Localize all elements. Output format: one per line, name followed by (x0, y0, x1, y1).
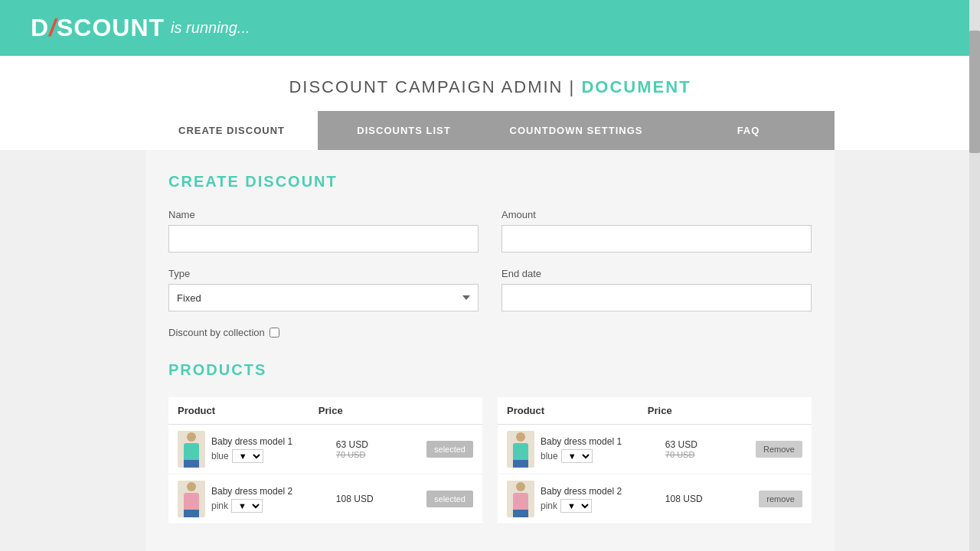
right-table-header: Product Price (498, 397, 812, 425)
table-row: Baby dress model 1 blue ▼ 63 USD 70 USD (498, 425, 812, 474)
right-col-price: Price (648, 405, 732, 416)
logo-rest: SCOUNT (57, 14, 165, 41)
type-group: Type Fixed Percentage (168, 268, 479, 311)
product-price: 63 USD 70 USD (336, 439, 411, 459)
discount-by-collection-checkbox[interactable] (270, 328, 279, 337)
product-variant: blue ▼ (541, 449, 665, 463)
price-current: 63 USD (336, 439, 411, 450)
product-info: Baby dress model 2 pink ▼ (541, 486, 665, 513)
scrollbar[interactable] (969, 0, 980, 551)
product-action: Remove (740, 441, 802, 458)
variant-label: pink (211, 500, 228, 511)
product-action: remove (740, 491, 802, 507)
products-section: PRODUCTS Product Price (168, 361, 812, 524)
price-current: 108 USD (336, 494, 411, 504)
product-image (178, 431, 205, 468)
price-current: 108 USD (665, 494, 740, 504)
logo-d: D (31, 14, 49, 41)
remove-button[interactable]: remove (759, 491, 802, 507)
variant-label: blue (541, 451, 558, 461)
amount-label: Amount (501, 209, 812, 220)
products-grid: Product Price Baby dress model 1 (168, 397, 812, 524)
product-action: selected (411, 491, 473, 507)
products-table-left: Product Price Baby dress model 1 (168, 397, 482, 524)
table-row: Baby dress model 1 blue ▼ 63 USD 70 USD (168, 425, 482, 474)
product-info: Baby dress model 1 blue ▼ (541, 436, 665, 463)
name-input[interactable] (168, 225, 479, 253)
left-table-header: Product Price (168, 397, 482, 425)
end-date-input[interactable] (501, 284, 812, 311)
variant-label: pink (541, 500, 557, 511)
main-content: CREATE DISCOUNT Name Amount Type Fixed P… (145, 150, 835, 551)
tab-countdown-settings[interactable]: COUNTDOWN SETTINGS (490, 111, 662, 150)
product-info: Baby dress model 1 blue ▼ (211, 436, 336, 463)
page-title-area: DISCOUNT CAMPAIGN ADMIN | DOCUMENT (0, 56, 980, 111)
product-info: Baby dress model 2 pink ▼ (211, 486, 336, 513)
type-label: Type (168, 268, 479, 279)
product-image (178, 481, 205, 517)
product-figure (180, 482, 203, 516)
left-col-price: Price (318, 405, 403, 416)
product-figure (180, 432, 203, 466)
scrollbar-thumb[interactable] (969, 31, 980, 153)
amount-group: Amount (501, 209, 812, 253)
product-image (507, 481, 534, 517)
variant-label: blue (211, 451, 229, 461)
form-row-1: Name Amount (168, 209, 812, 253)
selected-button[interactable]: selected (426, 491, 473, 507)
product-action: selected (411, 441, 473, 458)
amount-input[interactable] (501, 225, 812, 253)
tabs: CREATE DISCOUNT DISCOUNTS LIST COUNTDOWN… (145, 111, 835, 150)
right-col-product: Product (507, 405, 648, 416)
price-original: 70 USD (336, 450, 411, 459)
discount-by-collection-row: Discount by collection (168, 327, 812, 338)
product-variant: pink ▼ (541, 499, 665, 513)
product-price: 108 USD (336, 494, 411, 504)
form-row-2: Type Fixed Percentage End date (168, 268, 812, 311)
end-date-label: End date (501, 268, 812, 279)
product-name: Baby dress model 2 (541, 486, 665, 497)
product-name: Baby dress model 2 (211, 486, 336, 497)
logo: D/SCOUNT (31, 14, 165, 42)
price-current: 63 USD (665, 439, 740, 450)
product-image (507, 431, 534, 468)
header-subtitle: is running... (171, 19, 250, 37)
product-variant: blue ▼ (211, 449, 336, 463)
product-name: Baby dress model 1 (211, 436, 336, 447)
product-figure (509, 482, 532, 516)
type-select[interactable]: Fixed Percentage (168, 284, 479, 311)
name-label: Name (168, 209, 479, 220)
tab-discounts-list[interactable]: DISCOUNTS LIST (318, 111, 490, 150)
table-row: Baby dress model 2 pink ▼ 108 USD (498, 474, 812, 524)
variant-select[interactable]: ▼ (231, 499, 263, 513)
discount-by-collection-label: Discount by collection (168, 327, 265, 338)
table-row: Baby dress model 2 pink ▼ 108 USD (168, 474, 482, 524)
end-date-group: End date (501, 268, 812, 311)
selected-button[interactable]: selected (426, 441, 473, 458)
create-discount-title: CREATE DISCOUNT (168, 173, 812, 191)
products-table-right: Product Price Baby dress model 1 (498, 397, 812, 524)
left-col-product: Product (178, 405, 318, 416)
price-original: 70 USD (665, 450, 740, 459)
page-title-text: DISCOUNT CAMPAIGN ADMIN | (289, 77, 575, 96)
page-title: DISCOUNT CAMPAIGN ADMIN | DOCUMENT (0, 77, 980, 97)
document-link[interactable]: DOCUMENT (581, 77, 691, 96)
product-price: 108 USD (665, 494, 740, 504)
variant-select[interactable]: ▼ (561, 449, 593, 463)
logo-percent: / (49, 14, 57, 41)
variant-select[interactable]: ▼ (232, 449, 263, 463)
tab-faq[interactable]: FAQ (662, 111, 835, 150)
name-group: Name (168, 209, 479, 253)
tab-create-discount[interactable]: CREATE DISCOUNT (145, 111, 318, 150)
product-price: 63 USD 70 USD (665, 439, 740, 459)
variant-select[interactable]: ▼ (560, 499, 592, 513)
products-title: PRODUCTS (168, 361, 812, 379)
header: D/SCOUNT is running... (0, 0, 980, 56)
product-variant: pink ▼ (211, 499, 336, 513)
product-figure (509, 432, 532, 466)
remove-button[interactable]: Remove (756, 441, 802, 458)
product-name: Baby dress model 1 (541, 436, 665, 447)
